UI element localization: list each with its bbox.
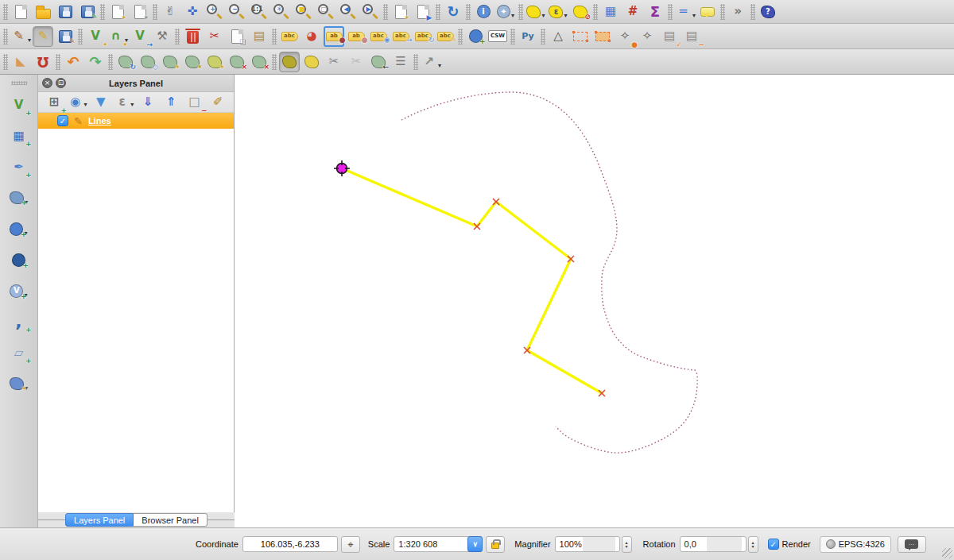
style-manager-button[interactable]: ✐: [208, 94, 227, 111]
new-print-composer-button[interactable]: ✶: [107, 2, 128, 22]
move-label-button[interactable]: abc→: [390, 26, 411, 47]
collapse-all-button[interactable]: ⇑: [161, 94, 180, 111]
add-wcs-layer-button[interactable]: +: [6, 249, 33, 271]
deselect-all-button[interactable]: ⊘: [570, 2, 591, 22]
copy-features-button[interactable]: ❏: [227, 26, 247, 47]
magnifier-field[interactable]: 100%: [555, 536, 620, 552]
pan-to-selection-button[interactable]: ✜: [182, 2, 203, 22]
show-hide-labels-button[interactable]: abc◉: [368, 26, 389, 47]
move-feature-button[interactable]: V→: [130, 26, 150, 47]
reshape-features-button[interactable]: [279, 52, 300, 72]
map-canvas[interactable]: [235, 75, 954, 527]
add-raster-layer-button[interactable]: ▦+: [6, 125, 33, 147]
mouse-position-button[interactable]: ⌖: [341, 536, 360, 553]
rotation-stepper[interactable]: ▴ ▾: [748, 536, 758, 553]
scale-lock-button[interactable]: [486, 536, 505, 553]
grass-tools-button[interactable]: ✶▾: [6, 373, 33, 395]
magic-wand-button[interactable]: ✧: [637, 26, 657, 47]
layer-visibility-checkbox[interactable]: ✓: [57, 115, 68, 126]
tab-layers-panel[interactable]: Layers Panel: [65, 513, 134, 527]
zoom-out-button[interactable]: −: [227, 2, 247, 22]
rotate-point-symbols-button[interactable]: ↗▾: [421, 52, 441, 72]
attribute-table-button[interactable]: ▦: [600, 2, 621, 22]
save-project-button[interactable]: [55, 2, 76, 22]
add-spatialite-layer-button[interactable]: ✒+: [6, 156, 33, 178]
add-postgis-layer-button[interactable]: +▾: [6, 187, 33, 209]
tab-browser-panel[interactable]: Browser Panel: [134, 513, 207, 527]
refresh-button[interactable]: ↻: [443, 2, 463, 22]
select-by-expression-button[interactable]: ε▾: [548, 2, 568, 22]
rotation-field[interactable]: 0,0: [680, 536, 747, 552]
manage-layer-visibility-button[interactable]: ◉▾: [68, 94, 87, 111]
new-bookmark-button[interactable]: ✶: [390, 2, 411, 22]
add-ring-button[interactable]: ✶: [160, 52, 180, 72]
add-wfs-layer-button[interactable]: V+▾: [6, 280, 33, 302]
select-features-button[interactable]: ▾: [525, 2, 546, 22]
filter-legend-button[interactable]: ▼: [91, 94, 111, 111]
resize-grip[interactable]: [942, 548, 952, 558]
crs-status-button[interactable]: EPSG:4326: [820, 536, 891, 553]
csw-button[interactable]: CSW: [487, 26, 508, 47]
paste-features-button[interactable]: ▤: [249, 26, 270, 47]
toolbar-overflow-button[interactable]: »: [727, 2, 748, 22]
highlight-pinned-labels-button[interactable]: ab●: [346, 26, 366, 47]
add-vector-layer-button[interactable]: V+: [6, 94, 33, 116]
zoom-full-button[interactable]: ✳: [271, 2, 292, 22]
scale-combo[interactable]: 1:320 608 ∨: [394, 536, 483, 552]
statistical-summary-button[interactable]: #: [622, 2, 643, 22]
diagram-button[interactable]: ◕: [301, 26, 322, 47]
split-parts-button[interactable]: ✂: [346, 52, 366, 72]
delete-ring-button[interactable]: ×: [227, 52, 247, 72]
new-shapefile-layer-button[interactable]: ▱+: [6, 342, 33, 364]
book-remove-button[interactable]: ▤−: [681, 26, 702, 47]
delete-selected-button[interactable]: [182, 26, 203, 47]
change-label-button[interactable]: abc✎: [435, 26, 456, 47]
zoom-next-button[interactable]: ▶: [360, 2, 381, 22]
magic-wand-badge-button[interactable]: ✧●: [615, 26, 635, 47]
undo-button[interactable]: ↶: [63, 52, 83, 72]
expand-all-button[interactable]: ⇓: [138, 94, 157, 111]
identify-features-button[interactable]: i: [473, 2, 494, 22]
toggle-editing-button[interactable]: ✎: [33, 26, 53, 47]
simplify-feature-button[interactable]: ◇: [138, 52, 158, 72]
zoom-native-button[interactable]: 1:1: [249, 2, 270, 22]
zoom-to-selection-button[interactable]: ■: [293, 2, 314, 22]
add-circular-string-button[interactable]: ∩✶▾: [107, 26, 128, 47]
show-bookmarks-button[interactable]: ▶: [413, 2, 433, 22]
filter-by-expression-button[interactable]: ε▾: [114, 94, 134, 111]
map-tips-button[interactable]: [697, 2, 718, 22]
add-delimited-text-layer-button[interactable]: ,+: [6, 311, 33, 333]
cut-features-button[interactable]: ✂: [204, 26, 225, 47]
coordinate-input[interactable]: [242, 536, 338, 552]
field-calculator-button[interactable]: Σ: [645, 2, 665, 22]
add-feature-button[interactable]: V✶: [85, 26, 106, 47]
new-project-button[interactable]: [10, 2, 31, 22]
log-messages-button[interactable]: …: [898, 536, 926, 553]
current-edits-button[interactable]: ✎▾: [10, 26, 31, 47]
merge-attributes-button[interactable]: ☰: [390, 52, 411, 72]
add-group-button[interactable]: ⊞+: [45, 94, 64, 111]
zoom-last-button[interactable]: ◀: [338, 2, 359, 22]
redo-button[interactable]: ↷: [85, 52, 106, 72]
node-tool-button[interactable]: ⚒: [152, 26, 173, 47]
extent-rectangle-button[interactable]: [570, 26, 591, 47]
panel-close-button[interactable]: ×: [42, 78, 52, 88]
layer-row-lines[interactable]: ✓✎Lines: [38, 113, 234, 129]
title-extent-button[interactable]: [592, 26, 613, 47]
render-checkbox[interactable]: ✓: [768, 539, 779, 550]
snapping-options-button[interactable]: Ω: [33, 52, 53, 72]
magnifier-stepper[interactable]: ▴ ▾: [622, 536, 632, 553]
cad-tools-button[interactable]: ◣: [10, 52, 31, 72]
fill-ring-button[interactable]: ✶: [204, 52, 225, 72]
north-arrow-button[interactable]: △: [548, 26, 568, 47]
run-feature-action-button[interactable]: ✦▾: [495, 2, 516, 22]
add-part-button[interactable]: ✶: [182, 52, 203, 72]
merge-features-button[interactable]: ←: [368, 52, 389, 72]
rotate-feature-button[interactable]: ↻: [115, 52, 136, 72]
open-project-button[interactable]: [33, 2, 53, 22]
panel-float-button[interactable]: ⊡: [56, 78, 66, 88]
composer-manager-button[interactable]: ✶: [130, 2, 150, 22]
help-button[interactable]: ?: [758, 2, 778, 22]
metasearch-button[interactable]: +: [465, 26, 486, 47]
delete-part-button[interactable]: ×: [249, 52, 270, 72]
